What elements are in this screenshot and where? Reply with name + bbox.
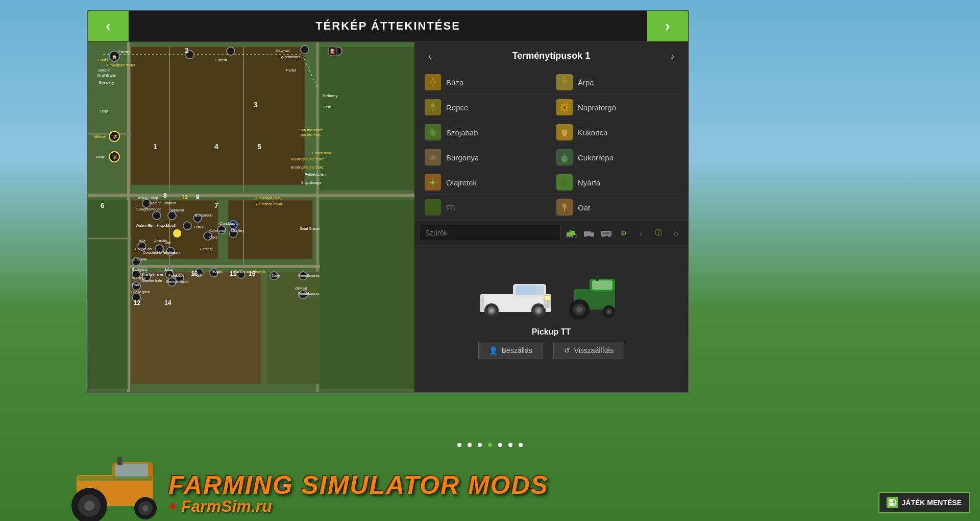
dot-6[interactable]: [508, 443, 512, 447]
svg-text:Dairy: Dairy: [272, 274, 280, 278]
crop-name-repce: Repce: [446, 103, 468, 112]
crop-name-arpa: Árpa: [578, 78, 594, 87]
svg-text:Farm1: Farm1: [118, 50, 131, 54]
header-nav-right[interactable]: ›: [647, 11, 688, 41]
save-game-label: JÁTÉK MENTÉSE: [902, 499, 962, 507]
svg-text:Whiskey: Whiskey: [132, 276, 146, 280]
crop-icon-napraforgo: [556, 99, 573, 115]
crop-item-napraforgo[interactable]: Napraforgó: [551, 95, 683, 120]
svg-point-143: [433, 158, 435, 159]
crop-icon-kukorica: [556, 124, 573, 140]
dot-active[interactable]: [488, 443, 492, 447]
svg-rect-149: [571, 231, 575, 235]
crop-name-buza: Búza: [446, 78, 463, 87]
crop-icon-arpa: [556, 74, 573, 90]
dot-7[interactable]: [519, 443, 523, 447]
filter-info-icon[interactable]: ⓘ: [651, 226, 666, 240]
svg-text:5: 5: [257, 143, 261, 151]
svg-text:8: 8: [163, 192, 167, 199]
svg-text:Slaughterhouse: Slaughterhouse: [136, 207, 161, 211]
svg-text:10: 10: [182, 195, 188, 200]
crop-item-fu[interactable]: Fű: [420, 195, 551, 220]
filter-input[interactable]: [420, 225, 560, 241]
crop-icon-szojabab: [425, 124, 441, 140]
svg-text:6: 6: [101, 201, 105, 209]
crop-item-burgonya[interactable]: Burgonya: [420, 145, 551, 170]
svg-point-136: [431, 103, 435, 107]
svg-text:Farmshop trailer: Farmshop trailer: [256, 202, 283, 206]
svg-rect-182: [596, 275, 599, 281]
svg-text:OilField: OilField: [295, 287, 307, 290]
svg-text:Farmshop train: Farmshop train: [256, 196, 280, 200]
crop-name-napraforgo: Napraforgó: [578, 103, 616, 112]
reset-button[interactable]: ↺ Visszaállítás: [553, 342, 625, 359]
filter-download-icon[interactable]: ↓: [634, 226, 648, 240]
svg-text:🌾: 🌾: [112, 134, 118, 140]
svg-rect-140: [562, 129, 567, 136]
svg-text:Construction: Construction: [219, 222, 239, 225]
svg-text:Grainmill: Grainmill: [133, 257, 147, 261]
svg-text:3: 3: [254, 101, 258, 109]
svg-text:Fish1: Fish1: [132, 283, 141, 287]
svg-text:Storage South: Storage South: [166, 280, 189, 284]
dot-1[interactable]: [457, 443, 461, 447]
crop-icon-cukorrrepa: [556, 149, 573, 165]
svg-rect-156: [602, 232, 610, 235]
crop-item-arpa[interactable]: Árpa: [551, 70, 683, 95]
svg-text:Greenhouses: Greenhouses: [298, 274, 320, 277]
red-star-icon: ✶: [168, 501, 177, 513]
crop-item-kukorica[interactable]: Kukorica: [551, 120, 683, 145]
svg-rect-172: [480, 295, 484, 311]
svg-text:⛽: ⛽: [330, 48, 336, 55]
svg-text:14: 14: [164, 299, 172, 306]
svg-text:7: 7: [214, 201, 218, 209]
dot-2[interactable]: [468, 443, 472, 447]
svg-rect-195: [890, 500, 893, 502]
filter-harvester-icon[interactable]: [599, 226, 614, 240]
svg-point-142: [430, 156, 432, 158]
filter-gear-icon[interactable]: ⚙: [617, 226, 631, 240]
fs-mods-title: FARMING SIMULATOR MODS: [168, 471, 549, 500]
crop-item-cukorrépa[interactable]: Cukorrépa: [551, 145, 683, 170]
svg-text:Port mill train: Port mill train: [300, 133, 321, 137]
svg-rect-171: [545, 296, 550, 300]
svg-text:Fruits: Fruits: [98, 58, 108, 62]
svg-text:Cake: Cake: [209, 235, 217, 239]
svg-point-33: [168, 211, 176, 220]
crop-item-oat[interactable]: Oat: [551, 195, 683, 220]
svg-text:Ship storage: Ship storage: [301, 181, 321, 185]
svg-rect-192: [117, 457, 122, 465]
crop-item-szojabab[interactable]: Szójabab: [420, 120, 551, 145]
crop-item-buza[interactable]: Búza: [420, 70, 551, 95]
panel-header: ‹ TÉRKÉP ÁTTEKINTÉSE ›: [88, 11, 688, 42]
crop-item-nyarfa[interactable]: Nyárfa: [551, 170, 683, 195]
crop-icon-fu: [425, 199, 441, 216]
svg-rect-161: [516, 286, 536, 295]
map-area[interactable]: 🏠 ⛽ 🌾 🌾: [88, 42, 414, 392]
save-game-button[interactable]: JÁTÉK MENTÉSE: [878, 492, 970, 513]
filter-tractor-icon[interactable]: [565, 226, 579, 240]
board-button[interactable]: 👤 Beszállás: [478, 342, 543, 359]
crop-item-repce[interactable]: Repce: [420, 95, 551, 120]
svg-text:4: 4: [214, 143, 218, 151]
svg-point-144: [561, 155, 568, 162]
dot-5[interactable]: [498, 443, 502, 447]
svg-text:Villa: Villa: [139, 239, 145, 243]
svg-rect-196: [890, 503, 894, 505]
svg-rect-5: [131, 47, 305, 185]
svg-rect-150: [570, 230, 571, 233]
crop-item-olajretek[interactable]: Olajretek: [420, 170, 551, 195]
header-nav-left[interactable]: ‹: [88, 11, 129, 41]
crop-nav-left[interactable]: ‹: [422, 49, 437, 64]
svg-text:Powerplant trailer: Powerplant trailer: [107, 63, 135, 67]
crop-nav-right[interactable]: ›: [665, 49, 680, 64]
board-icon: 👤: [489, 346, 498, 354]
vehicle-display: [477, 274, 625, 320]
filter-truck-icon[interactable]: [582, 226, 596, 240]
panel-content: 🏠 ⛽ 🌾 🌾: [88, 42, 688, 392]
panel-title: TÉRKÉP ÁTTEKINTÉSE: [129, 19, 647, 33]
filter-home-icon[interactable]: ⌂: [669, 226, 683, 240]
dot-3[interactable]: [478, 443, 482, 447]
svg-text:Yogurt: Yogurt: [212, 270, 223, 274]
vehicle-name: Pickup TT: [532, 327, 571, 337]
